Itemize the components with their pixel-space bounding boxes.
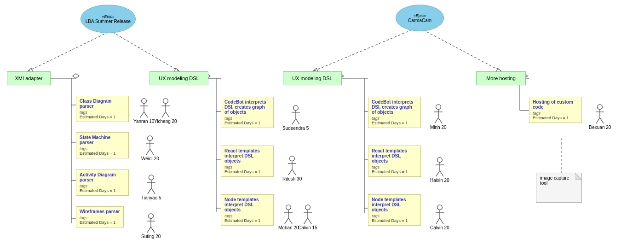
person-icon [144, 135, 156, 156]
doc-corner-icon [575, 173, 581, 180]
svg-line-6 [423, 30, 501, 71]
story-node-templates-right: Node templates interpret DSL objects tag… [368, 194, 421, 226]
feature-ux-dsl-left: UX modeling DSL [150, 71, 208, 85]
person-icon [159, 98, 172, 118]
diagram-canvas: «Epic» LBA Summer Release «Epic» CarmaCa… [0, 0, 644, 245]
svg-point-67 [286, 205, 291, 210]
svg-line-55 [147, 227, 151, 233]
story-class-diagram-parser: Class Diagram parser tags Estimated Days… [76, 96, 129, 122]
svg-line-50 [148, 188, 151, 194]
svg-line-2 [113, 32, 179, 71]
svg-point-77 [436, 105, 441, 110]
svg-line-80 [435, 118, 438, 124]
person-haixin: Haixin 20 [430, 157, 449, 183]
svg-line-51 [151, 188, 155, 194]
svg-point-52 [149, 214, 154, 219]
svg-line-35 [140, 112, 144, 118]
svg-line-40 [162, 112, 166, 118]
svg-line-75 [304, 218, 308, 224]
svg-line-66 [292, 169, 296, 175]
svg-point-87 [437, 205, 442, 210]
svg-point-92 [598, 105, 603, 110]
person-ritesh: Ritesh 30 [282, 155, 302, 181]
svg-line-81 [438, 118, 442, 124]
story-wireframes-parser: Wireframes parser tags Estimated Days = … [76, 206, 124, 228]
person-icon [301, 204, 314, 225]
svg-line-41 [166, 112, 169, 118]
svg-point-62 [290, 156, 295, 161]
person-tianyao: Tianyao 5 [141, 174, 161, 200]
story-state-machine-parser: State Machine parser tags Estimated Days… [76, 132, 129, 158]
person-icon [145, 174, 158, 195]
svg-line-0 [28, 32, 108, 71]
svg-line-4 [313, 30, 412, 71]
person-icon [433, 157, 446, 177]
story-codebot-left: CodeBot interprets DSI, creates graph of… [221, 97, 274, 128]
story-node-templates-left: Node templates interpret DSL objects tag… [221, 194, 274, 226]
svg-line-85 [436, 171, 440, 177]
svg-line-76 [308, 218, 311, 224]
person-yicheng: Yicheng 20 [154, 98, 177, 124]
story-react-templates-left: React templates interpret DSL objects ta… [221, 146, 274, 177]
svg-line-70 [285, 218, 288, 224]
person-minh: Minh 20 [430, 104, 447, 130]
person-yanran: Yanran 10 [133, 98, 154, 124]
svg-line-45 [146, 149, 150, 155]
svg-point-82 [437, 158, 442, 163]
person-icon [593, 104, 606, 124]
story-codebot-right: CodeBot interprets DSI, creates graph of… [368, 97, 421, 128]
svg-point-47 [149, 175, 154, 180]
person-icon [433, 204, 446, 225]
svg-marker-9 [73, 74, 79, 78]
story-hosting-custom-code: Hosting of custom code tags Estimated Da… [529, 97, 582, 123]
svg-line-36 [144, 112, 148, 118]
svg-line-91 [440, 218, 443, 224]
doc-image-capture-tool: image capture tool [536, 173, 582, 203]
svg-line-95 [596, 118, 600, 124]
story-react-templates-right: React templates interpret DSL objects ta… [368, 146, 421, 177]
svg-line-86 [440, 171, 443, 177]
epic-lba: «Epic» LBA Summer Release [80, 5, 136, 33]
svg-line-60 [292, 119, 296, 125]
svg-line-90 [436, 218, 440, 224]
svg-point-42 [148, 136, 153, 141]
svg-point-72 [305, 205, 310, 210]
person-suting: Suting 20 [141, 213, 161, 239]
svg-line-56 [151, 227, 155, 233]
person-weidi: Weidi 20 [141, 135, 159, 161]
svg-line-71 [288, 218, 292, 224]
svg-line-46 [150, 149, 154, 155]
person-calvin20: Calvin 20 [430, 204, 449, 230]
person-dexuan: Dexuan 20 [589, 104, 611, 130]
person-sudeendra: Sudeendra 5 [282, 105, 309, 131]
feature-more-hosting: More hosting [476, 71, 526, 85]
story-activity-diagram-parser: Activity Diagram parser tags Estimated D… [76, 169, 129, 196]
svg-point-32 [141, 99, 146, 104]
person-icon [289, 105, 302, 125]
svg-point-57 [293, 105, 298, 111]
person-calvin15: Calvin 15 [298, 204, 317, 230]
feature-ux-dsl-right: UX modeling DSL [283, 71, 342, 85]
svg-point-37 [163, 99, 168, 104]
epic-carmacam: «Epic» CarmaCam [396, 5, 444, 31]
svg-line-96 [600, 118, 604, 124]
person-mohan: Mohan 20 [278, 204, 299, 230]
feature-xmi-adapter: XMI adapter [7, 71, 51, 85]
svg-line-61 [296, 119, 299, 125]
person-icon [282, 204, 295, 225]
person-icon [286, 155, 299, 176]
person-icon [432, 104, 445, 124]
svg-line-65 [288, 169, 292, 175]
person-icon [144, 213, 157, 233]
person-icon [138, 98, 150, 118]
